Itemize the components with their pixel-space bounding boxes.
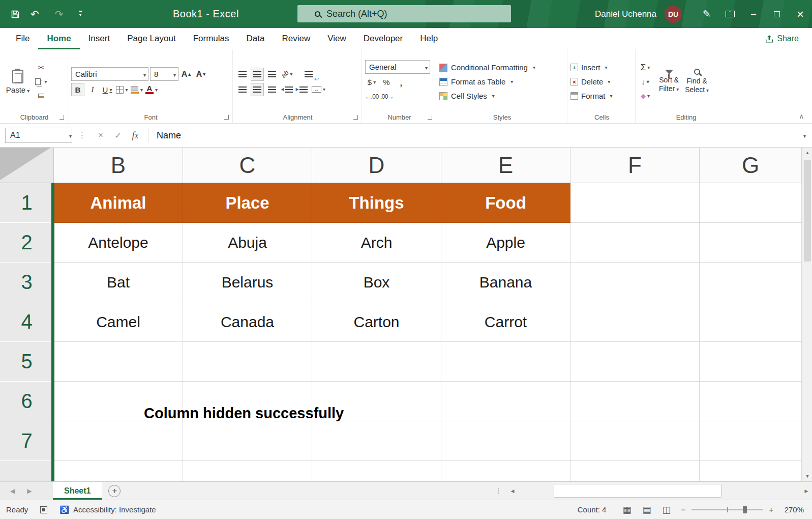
top-align-button[interactable]	[236, 68, 249, 81]
record-macro-button[interactable]	[34, 506, 53, 513]
italic-button[interactable]: I	[86, 83, 99, 96]
cell-f2[interactable]	[570, 223, 700, 263]
scroll-right-icon[interactable]: ▶	[801, 482, 812, 500]
cell-e7[interactable]	[441, 421, 570, 461]
cell-f3[interactable]	[570, 263, 700, 302]
cut-button[interactable]: ✂	[35, 61, 48, 74]
font-size-combobox[interactable]: 8	[150, 67, 178, 81]
cell-f7[interactable]	[570, 421, 700, 461]
orientation-button[interactable]: ab	[280, 68, 293, 81]
tab-view[interactable]: View	[319, 28, 355, 49]
cell-b3[interactable]: Bat	[54, 263, 183, 302]
decrease-decimal-button[interactable]: .00→	[380, 90, 394, 103]
increase-indent-button[interactable]: ▶	[295, 83, 308, 96]
cell-g8[interactable]	[700, 461, 802, 481]
horizontal-scrollbar-track[interactable]	[518, 482, 801, 500]
cell-d1[interactable]: Things	[312, 183, 441, 223]
scroll-up-icon[interactable]: ▲	[802, 148, 812, 158]
previous-sheet-button[interactable]: ◀	[10, 487, 15, 495]
row-header-1[interactable]: 1	[0, 183, 54, 223]
cell-d5[interactable]	[312, 342, 441, 382]
cell-e3[interactable]: Banana	[441, 263, 570, 302]
zoom-level[interactable]: 270%	[779, 505, 804, 514]
autosum-button[interactable]: Σ	[639, 61, 652, 74]
zoom-slider-thumb[interactable]	[743, 506, 747, 513]
customize-quick-access-button[interactable]: ▾	[79, 11, 82, 17]
save-button[interactable]	[10, 9, 20, 19]
row-header-5[interactable]: 5	[0, 342, 54, 382]
cell-f4[interactable]	[570, 302, 700, 342]
number-format-combobox[interactable]: General	[365, 60, 430, 74]
cell-c4[interactable]: Canada	[183, 302, 312, 342]
find-select-button[interactable]: Find & Select	[682, 52, 712, 111]
cell-b2[interactable]: Antelope	[54, 223, 183, 263]
normal-view-button[interactable]: ▦	[622, 504, 631, 515]
cell-b7[interactable]	[54, 421, 183, 461]
cell-d4[interactable]: Carton	[312, 302, 441, 342]
row-header-4[interactable]: 4	[0, 302, 54, 342]
page-layout-view-button[interactable]: ▤	[642, 504, 651, 515]
new-sheet-button[interactable]: +	[108, 485, 121, 497]
tab-page-layout[interactable]: Page Layout	[118, 28, 184, 49]
tab-review[interactable]: Review	[273, 28, 319, 49]
scroll-down-icon[interactable]: ▼	[802, 471, 812, 481]
cell-g6[interactable]	[700, 382, 802, 421]
column-header-f[interactable]: F	[570, 148, 700, 183]
search-box[interactable]: Search (Alt+Q)	[297, 5, 511, 22]
increase-font-size-button[interactable]: A▲	[180, 68, 193, 81]
page-break-preview-button[interactable]: ◫	[662, 504, 671, 515]
font-name-combobox[interactable]: Calibri	[71, 67, 148, 81]
cell-e2[interactable]: Apple	[441, 223, 570, 263]
column-header-d[interactable]: D	[312, 148, 441, 183]
fill-button[interactable]: ↓	[639, 75, 652, 89]
tab-home[interactable]: Home	[38, 28, 79, 49]
column-header-c[interactable]: C	[183, 148, 312, 183]
paste-button[interactable]: Paste	[3, 52, 33, 111]
comma-style-button[interactable]: ,	[395, 75, 408, 89]
bottom-align-button[interactable]	[265, 68, 279, 81]
zoom-in-button[interactable]: +	[769, 505, 773, 514]
cell-g5[interactable]	[700, 342, 802, 382]
align-right-button[interactable]	[265, 83, 279, 96]
cell-d3[interactable]: Box	[312, 263, 441, 302]
percent-style-button[interactable]: %	[380, 75, 393, 89]
cell-g4[interactable]	[700, 302, 802, 342]
dialog-launcher-icon[interactable]	[428, 115, 432, 120]
cell-f6[interactable]	[570, 382, 700, 421]
accounting-format-button[interactable]: $	[365, 75, 378, 89]
fill-color-button[interactable]	[130, 83, 143, 96]
cell-styles-button[interactable]: Cell Styles	[439, 89, 565, 103]
accessibility-status[interactable]: ♿ Accessibility: Investigate	[53, 505, 162, 514]
cell-c8[interactable]	[183, 461, 312, 481]
dialog-launcher-icon[interactable]	[353, 115, 358, 120]
cell-c3[interactable]: Belarus	[183, 263, 312, 302]
cell-g3[interactable]	[700, 263, 802, 302]
name-box[interactable]: A1	[5, 128, 72, 143]
avatar[interactable]: DU	[665, 6, 682, 23]
format-cells-button[interactable]: Format	[570, 89, 633, 103]
cell-f1[interactable]	[570, 183, 700, 223]
vertical-scrollbar-thumb[interactable]	[804, 160, 811, 262]
cell-e5[interactable]	[441, 342, 570, 382]
minimize-button[interactable]: –	[742, 0, 765, 28]
redo-button[interactable]: ↷	[55, 9, 69, 19]
hidden-column-indicator[interactable]	[51, 183, 54, 481]
cell-d2[interactable]: Arch	[312, 223, 441, 263]
horizontal-scrollbar[interactable]: ◀ ▶	[507, 482, 812, 500]
column-header-b[interactable]: B	[54, 148, 183, 183]
user-name[interactable]: Daniel Uchenna	[595, 9, 656, 19]
copy-button[interactable]	[35, 75, 48, 89]
cell-e1[interactable]: Food	[441, 183, 570, 223]
cell-c5[interactable]	[183, 342, 312, 382]
restore-button[interactable]	[765, 0, 789, 28]
row-header-6[interactable]: 6	[0, 382, 54, 421]
tab-developer[interactable]: Developer	[355, 28, 412, 49]
cell-e8[interactable]	[441, 461, 570, 481]
undo-button[interactable]: ↶	[31, 9, 45, 19]
select-all-button[interactable]	[0, 148, 54, 183]
column-header-g[interactable]: G	[700, 148, 802, 183]
align-left-button[interactable]	[236, 83, 249, 96]
next-sheet-button[interactable]: ▶	[27, 487, 32, 495]
delete-cells-button[interactable]: ×Delete	[570, 75, 633, 89]
sheet-tab-sheet1[interactable]: Sheet1	[53, 482, 102, 500]
